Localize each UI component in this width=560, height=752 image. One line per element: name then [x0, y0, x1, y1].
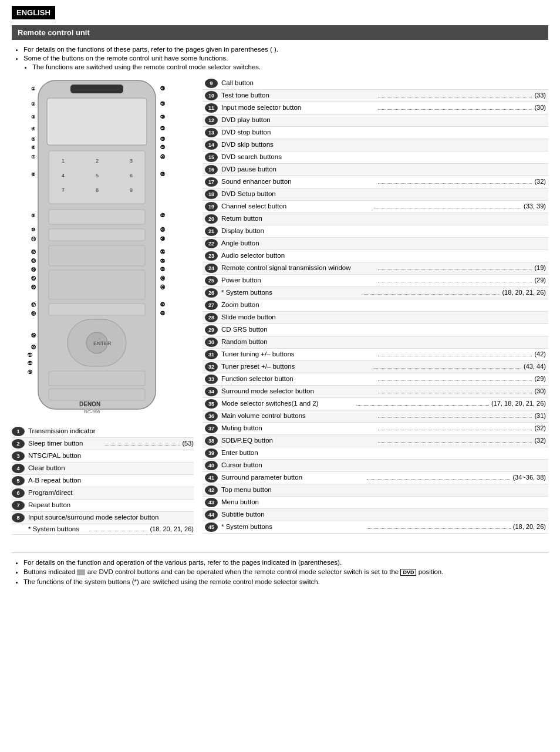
item-label-26: * System buttons [221, 289, 359, 296]
item-page-33: (29) [534, 375, 546, 382]
dvd-badge: DVD [400, 569, 416, 576]
item-label-1: Transmission indicator [28, 427, 194, 434]
item-label-21: Display button [221, 227, 546, 234]
svg-text:㉝: ㉝ [160, 227, 166, 232]
right-panel: 9 Call button 10 Test tone button (33) 1… [203, 77, 548, 535]
dotted-24 [378, 269, 532, 270]
right-item-38: 38 SDB/P.EQ button (32) [203, 435, 548, 447]
footer-bullet-3: The functions of the system buttons (*) … [23, 578, 548, 585]
left-item-5: 5 A-B repeat button [12, 475, 194, 487]
item-label-12: DVD play button [221, 116, 546, 123]
svg-rect-13 [49, 210, 145, 224]
right-item-45: 45 * System buttons (18, 20, 26) [203, 521, 548, 534]
left-item-6: 6 Program/direct [12, 487, 194, 500]
item-num-25: 25 [205, 276, 218, 285]
dotted-38 [378, 442, 532, 443]
footer-section: For details on the function and operatio… [12, 552, 548, 585]
dotted-19 [373, 208, 522, 208]
right-item-14: 14 DVD skip buttons [203, 139, 548, 151]
left-item-7: 7 Repeat button [12, 500, 194, 512]
svg-text:ENTER: ENTER [93, 340, 112, 346]
right-items-list: 9 Call button 10 Test tone button (33) 1… [203, 77, 548, 534]
right-item-15: 15 DVD search buttons [203, 151, 548, 164]
main-content: 1 2 3 4 5 6 7 8 9 [12, 77, 548, 535]
language-header: ENGLISH [12, 6, 55, 19]
svg-text:①: ① [31, 86, 35, 92]
page: ENGLISH Remote control unit For details … [0, 0, 560, 752]
item-label-11: Input mode selector button [221, 104, 376, 111]
item-label-8-sub: * System buttons [28, 525, 87, 532]
item-num-16: 16 [205, 165, 218, 174]
svg-text:⑫: ⑫ [31, 249, 36, 255]
svg-rect-14 [49, 229, 145, 241]
right-item-19: 19 Channel select button (33, 39) [203, 201, 548, 213]
right-item-44: 44 Subtitle button [203, 509, 548, 521]
dotted-35 [356, 405, 489, 406]
item-num-8: 8 [12, 513, 25, 522]
item-label-18: DVD Setup button [221, 190, 546, 197]
dotted-31 [378, 356, 532, 356]
item-num-44: 44 [205, 510, 218, 520]
svg-text:⑬: ⑬ [31, 258, 36, 264]
right-item-37: 37 Muting button (32) [203, 423, 548, 435]
item-page-45: (18, 20, 26) [513, 523, 546, 530]
remote-svg: 1 2 3 4 5 6 7 8 9 [15, 77, 191, 420]
svg-text:⑧: ⑧ [31, 172, 35, 177]
item-page-2: (53) [182, 440, 194, 447]
footer-bullet-1: For details on the function and operatio… [23, 559, 548, 566]
svg-rect-16 [49, 270, 145, 299]
svg-text:⑰: ⑰ [31, 302, 36, 308]
item-label-6: Program/direct [28, 489, 194, 496]
item-num-14: 14 [205, 140, 218, 150]
item-label-45: * System buttons [221, 523, 365, 530]
item-num-3: 3 [12, 451, 25, 461]
intro-bullet-1: For details on the functions of these pa… [23, 46, 548, 53]
item-label-22: Angle button [221, 240, 546, 247]
svg-text:7: 7 [62, 187, 65, 193]
footer-bullet-2-middle: are DVD control buttons and can be opera… [87, 568, 401, 575]
item-num-40: 40 [205, 461, 218, 470]
item-num-35: 35 [205, 399, 218, 409]
intro-bullet-3: The functions are switched using the rem… [32, 63, 548, 70]
svg-text:④: ④ [31, 126, 35, 131]
svg-text:㉞: ㉞ [160, 236, 166, 242]
item-label-42: Top menu button [221, 486, 546, 493]
footer-bullet-2: Buttons indicated are DVD control button… [23, 568, 548, 576]
item-num-41: 41 [205, 473, 218, 483]
item-label-8: Input source/surround mode selector butt… [28, 514, 194, 521]
dotted-33 [378, 380, 532, 381]
remote-image-area: 1 2 3 4 5 6 7 8 9 [12, 77, 194, 535]
dotted-41 [367, 479, 510, 480]
item-num-21: 21 [205, 227, 218, 236]
item-num-1: 1 [12, 427, 25, 436]
section-title: Remote control unit [12, 25, 548, 40]
svg-text:⑮: ⑮ [31, 276, 36, 281]
dotted-11 [378, 109, 532, 110]
item-label-16: DVD pause button [221, 166, 546, 173]
svg-text:⑥: ⑥ [31, 145, 35, 150]
svg-text:⑱: ⑱ [31, 311, 36, 316]
svg-text:6: 6 [130, 173, 133, 178]
item-num-31: 31 [205, 350, 218, 359]
item-label-44: Subtitle button [221, 511, 546, 518]
left-item-8: 8 Input source/surround mode selector bu… [12, 512, 194, 524]
right-item-24: 24 Remote control signal transmission wi… [203, 262, 548, 275]
item-num-15: 15 [205, 153, 218, 162]
right-item-32: 32 Tuner preset +/– buttons (43, 44) [203, 361, 548, 373]
svg-text:3: 3 [130, 158, 133, 164]
item-num-34: 34 [205, 387, 218, 396]
right-item-21: 21 Display button [203, 225, 548, 238]
item-label-14: DVD skip buttons [221, 141, 546, 148]
item-num-19: 19 [205, 202, 218, 211]
item-label-19: Channel select button [221, 203, 370, 210]
svg-text:㉕: ㉕ [160, 101, 166, 107]
item-num-37: 37 [205, 424, 218, 433]
left-item-8-sub: * System buttons (18, 20, 21, 26) [12, 524, 194, 535]
item-label-40: Cursor button [221, 461, 546, 468]
svg-text:㉘: ㉘ [160, 136, 166, 142]
svg-text:⑤: ⑤ [31, 137, 35, 142]
item-num-45: 45 [205, 522, 218, 532]
item-label-32: Tuner preset +/– buttons [221, 363, 370, 370]
svg-rect-21 [49, 371, 145, 386]
svg-text:DENON: DENON [79, 401, 100, 407]
